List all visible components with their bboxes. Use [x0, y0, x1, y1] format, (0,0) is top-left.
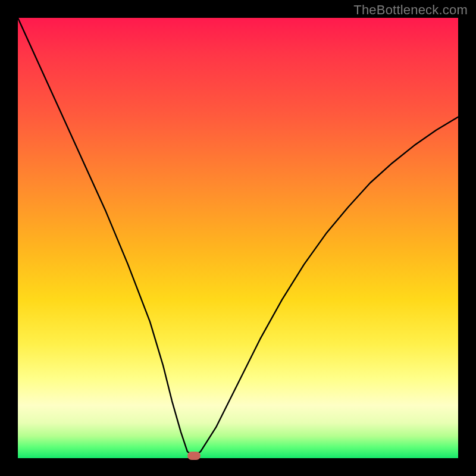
- optimum-marker: [187, 452, 201, 460]
- chart-frame: TheBottleneck.com: [0, 0, 476, 476]
- watermark-text: TheBottleneck.com: [353, 2, 468, 18]
- bottleneck-curve: [18, 18, 458, 458]
- plot-area: [18, 18, 458, 458]
